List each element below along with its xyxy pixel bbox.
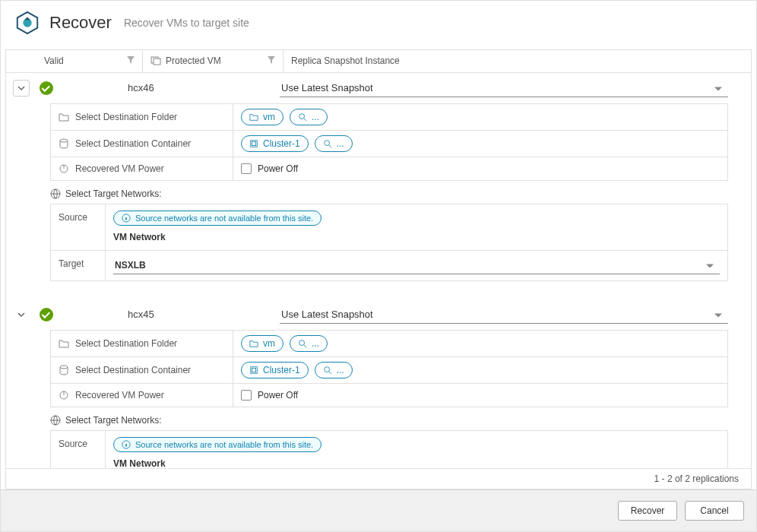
recover-button[interactable]: Recover — [618, 501, 677, 521]
recover-icon — [14, 10, 40, 36]
vm-icon — [150, 55, 161, 66]
svg-line-8 — [304, 118, 306, 120]
column-snapshot: Replica Snapshot Instance — [283, 50, 751, 72]
column-protected-vm[interactable]: Protected VM — [143, 50, 283, 72]
svg-marker-2 — [24, 17, 30, 20]
recover-dialog: Recover Recover VMs to target site Valid… — [0, 0, 757, 532]
power-off-checkbox[interactable] — [241, 163, 252, 174]
folder-pill[interactable]: vm — [241, 109, 283, 125]
network-table: Source Source networks are not available… — [50, 430, 728, 468]
source-unavailable-pill: Source networks are not available from t… — [113, 211, 321, 226]
networks-subheader: Select Target Networks: — [50, 415, 743, 426]
cancel-button[interactable]: Cancel — [685, 501, 744, 521]
svg-point-22 — [60, 366, 68, 369]
power-off-label: Power Off — [258, 390, 298, 401]
datastore-icon — [59, 365, 69, 375]
folder-pill[interactable]: vm — [241, 335, 283, 352]
network-source-label: Source — [51, 431, 106, 468]
container-pill[interactable]: Cluster-1 — [241, 362, 309, 378]
vm-header-row: hcx45 Use Latest Snapshot — [6, 299, 751, 330]
dialog-subtitle: Recover VMs to target site — [124, 17, 249, 29]
vm-section: hcx46 Use Latest Snapshot Select Destina… — [6, 73, 751, 281]
svg-point-25 — [324, 366, 329, 372]
svg-point-20 — [299, 340, 305, 345]
svg-point-9 — [60, 139, 68, 142]
column-valid[interactable]: Valid — [36, 50, 143, 72]
vm-header-row: hcx46 Use Latest Snapshot — [6, 73, 751, 103]
search-folder-button[interactable]: ... — [290, 109, 328, 125]
column-header-row: Valid Protected VM Replica Snapshot Inst… — [6, 50, 751, 73]
power-icon — [59, 163, 69, 174]
svg-marker-3 — [127, 56, 135, 64]
body: Valid Protected VM Replica Snapshot Inst… — [5, 49, 752, 489]
status-ok-icon — [40, 308, 53, 321]
svg-line-13 — [328, 144, 331, 147]
source-unavailable-pill: Source networks are not available from t… — [113, 437, 321, 452]
vm-name: hcx46 — [67, 82, 280, 93]
vm-list-scroll[interactable]: hcx46 Use Latest Snapshot Select Destina… — [6, 73, 751, 468]
folder-icon — [59, 338, 69, 349]
svg-rect-5 — [154, 59, 160, 65]
dialog-header: Recover Recover VMs to target site — [1, 1, 756, 49]
replication-count: 1 - 2 of 2 replications — [6, 468, 751, 489]
networks-subheader: Select Target Networks: — [50, 188, 743, 199]
power-off-label: Power Off — [258, 163, 298, 174]
globe-icon — [50, 188, 61, 199]
svg-line-21 — [304, 344, 306, 347]
network-source-label: Source — [51, 204, 106, 250]
power-icon — [59, 390, 69, 401]
vm-section: hcx45 Use Latest Snapshot Select Destina… — [6, 299, 751, 468]
datastore-icon — [59, 138, 69, 149]
source-network-value: VM Network — [113, 230, 720, 244]
network-target-label: Target — [51, 251, 106, 280]
filter-icon[interactable] — [127, 56, 135, 65]
power-off-checkbox[interactable] — [241, 390, 252, 401]
vm-properties: Select Destination Folder vm ... — [50, 103, 728, 181]
folder-icon — [59, 112, 69, 122]
svg-rect-11 — [252, 141, 255, 145]
svg-point-7 — [299, 113, 305, 119]
snapshot-select[interactable]: Use Latest Snapshot — [280, 79, 728, 97]
snapshot-select[interactable]: Use Latest Snapshot — [280, 306, 728, 324]
source-network-value: VM Network — [113, 457, 720, 468]
container-pill[interactable]: Cluster-1 — [241, 135, 309, 152]
dialog-title: Recover — [49, 13, 112, 33]
svg-point-12 — [324, 140, 329, 145]
expand-toggle[interactable] — [13, 306, 30, 323]
expand-toggle[interactable] — [13, 80, 30, 97]
svg-marker-6 — [268, 56, 275, 64]
search-folder-button[interactable]: ... — [290, 335, 328, 352]
network-table: Source Source networks are not available… — [50, 204, 728, 281]
dialog-footer: Recover Cancel — [1, 489, 756, 531]
search-container-button[interactable]: ... — [315, 135, 353, 152]
filter-icon[interactable] — [268, 56, 275, 65]
vm-name: hcx45 — [67, 309, 280, 320]
globe-icon — [50, 415, 61, 426]
svg-line-26 — [328, 371, 331, 373]
search-container-button[interactable]: ... — [315, 362, 353, 378]
status-ok-icon — [40, 81, 53, 95]
vm-properties: Select Destination Folder vm ... — [50, 330, 728, 407]
svg-rect-24 — [252, 368, 255, 372]
target-network-select[interactable]: NSXLB — [113, 257, 720, 274]
